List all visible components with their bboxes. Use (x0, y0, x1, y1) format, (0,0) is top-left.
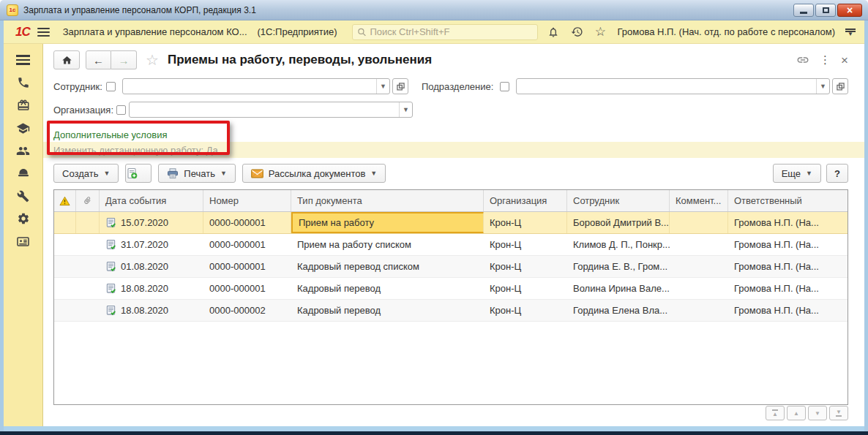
education-icon[interactable] (15, 121, 31, 135)
favorite-star-icon[interactable]: ☆ (146, 51, 159, 69)
column-header-responsible[interactable]: Ответственный (728, 190, 848, 211)
additional-conditions-link[interactable]: Дополнительные условия (53, 129, 168, 140)
scroll-top-button[interactable]: ▲ (766, 406, 785, 420)
envelope-icon (251, 169, 263, 178)
warning-column-header[interactable] (54, 190, 76, 211)
table-row[interactable]: 15.07.2020 0000-000001 Прием на работу К… (54, 212, 848, 234)
organization-cell: Крон-Ц (484, 234, 567, 255)
page-title: Приемы на работу, переводы, увольнения (168, 53, 432, 67)
caret-down-icon: ▼ (370, 170, 377, 177)
employee-cell: Гордина Е. В., Гром... (567, 256, 670, 277)
search-box[interactable] (352, 24, 539, 40)
main-menu-icon[interactable] (37, 28, 50, 37)
warning-cell (54, 212, 76, 233)
current-user[interactable]: Громова Н.П. (Нач. отд. по работе с перс… (617, 26, 835, 37)
table-row[interactable]: 31.07.2020 0000-000001 Прием на работу с… (54, 234, 848, 256)
scroll-up-button[interactable]: ▲ (787, 406, 806, 420)
new-document-icon (126, 167, 138, 179)
employee-cell: Боровой Дмитрий В... (567, 212, 670, 233)
close-window-button[interactable]: × (837, 4, 862, 17)
platform-label: (1С:Предприятие) (258, 26, 337, 37)
type-cell: Кадровый перевод списком (291, 256, 484, 277)
number-cell: 0000-000001 (203, 278, 291, 299)
more-button[interactable]: Еще▼ (773, 164, 821, 183)
table-row[interactable]: 18.08.2020 0000-000001 Кадровый перевод … (54, 278, 848, 300)
organization-filter-checkbox[interactable] (116, 105, 126, 115)
main-toolbar: 1С Зарплата и управление персоналом КО..… (4, 20, 864, 44)
employees-icon[interactable] (15, 143, 31, 158)
document-posted-icon (105, 217, 116, 228)
forward-button[interactable]: → (111, 50, 137, 69)
help-button[interactable]: ? (826, 164, 848, 183)
table-row[interactable]: 18.08.2020 0000-000002 Кадровый перевод … (54, 300, 848, 322)
table-row[interactable]: 01.08.2020 0000-000001 Кадровый перевод … (54, 256, 848, 278)
employee-filter-input[interactable]: ▼ (122, 78, 390, 94)
filter-row-2: Организация: ▼ (53, 101, 848, 118)
close-page-icon[interactable]: × (841, 54, 848, 67)
notifications-bell-icon[interactable] (545, 26, 561, 38)
mailing-button[interactable]: Рассылка документов▼ (242, 164, 386, 183)
employee-cell: Климов Д. П., Понкр... (567, 234, 670, 255)
more-menu-icon[interactable]: ⋮ (820, 53, 831, 67)
gifts-icon[interactable] (15, 98, 31, 113)
comment-cell (670, 234, 728, 255)
department-filter-checkbox[interactable] (500, 82, 509, 91)
employee-cell: Гордина Елена Вла... (567, 300, 670, 321)
window-frame-bottom (4, 426, 864, 431)
comment-cell (670, 212, 728, 233)
organization-cell: Крон-Ц (484, 278, 567, 299)
maximize-button[interactable] (815, 4, 836, 17)
attachment-column-header[interactable] (76, 190, 100, 211)
choose-icon (397, 83, 405, 91)
department-filter-input[interactable]: ▼ (516, 78, 830, 94)
employee-filter-label: Сотрудник: (53, 81, 106, 92)
employee-choose-button[interactable] (392, 78, 408, 94)
print-button[interactable]: Печать▼ (158, 164, 236, 183)
tools-icon[interactable] (15, 189, 31, 203)
contact-card-icon[interactable] (15, 234, 31, 249)
employee-filter-checkbox[interactable] (106, 82, 116, 91)
column-header-organization[interactable]: Организация (484, 190, 567, 211)
dropdown-arrow-icon[interactable]: ▼ (376, 79, 389, 94)
document-posted-icon (105, 283, 116, 294)
search-input[interactable] (370, 26, 533, 37)
scroll-bottom-button[interactable]: ▼ (829, 406, 848, 420)
department-choose-button[interactable] (832, 78, 848, 94)
date-cell: 18.08.2020 (100, 278, 203, 299)
search-icon (357, 27, 367, 37)
number-cell: 0000-000001 (203, 212, 291, 233)
organization-filter-label: Организация: (53, 105, 116, 116)
back-button[interactable]: ← (86, 50, 111, 69)
type-cell: Кадровый перевод (291, 300, 484, 321)
safety-icon[interactable] (15, 166, 31, 181)
page-header: ← → ☆ Приемы на работу, переводы, увольн… (53, 48, 848, 72)
column-header-date[interactable]: Дата события (100, 190, 203, 211)
get-link-icon[interactable] (796, 53, 809, 67)
column-header-comment[interactable]: Коммент... (670, 190, 728, 211)
column-header-employee[interactable]: Сотрудник (567, 190, 670, 211)
column-header-type[interactable]: Тип документа (291, 190, 484, 211)
minimize-button[interactable] (793, 4, 814, 17)
sections-menu-icon[interactable] (15, 53, 31, 67)
documents-table: Дата события Номер Тип документа Организ… (53, 189, 848, 405)
copy-document-button[interactable] (125, 164, 151, 183)
dropdown-arrow-icon[interactable]: ▼ (816, 79, 829, 94)
favorites-star-icon[interactable]: ☆ (592, 26, 608, 38)
type-cell: Прием на работу (291, 212, 484, 233)
number-cell: 0000-000002 (203, 300, 291, 321)
organization-filter-input[interactable]: ▼ (129, 102, 413, 118)
attachment-cell (76, 278, 100, 299)
column-header-number[interactable]: Номер (203, 190, 291, 211)
responsible-cell: Громова Н.П. (На... (728, 256, 848, 277)
service-menu-icon[interactable]: ▼ (845, 29, 856, 36)
create-button[interactable]: Создать▼ (53, 164, 119, 183)
choose-icon (837, 83, 845, 91)
scroll-down-button[interactable]: ▼ (808, 406, 827, 420)
minimize-icon (800, 12, 807, 14)
home-button[interactable] (53, 50, 80, 69)
history-icon[interactable] (569, 26, 585, 38)
phone-icon[interactable] (15, 75, 31, 90)
comment-cell (670, 278, 728, 299)
dropdown-arrow-icon[interactable]: ▼ (399, 102, 412, 117)
settings-gear-icon[interactable] (15, 211, 31, 226)
